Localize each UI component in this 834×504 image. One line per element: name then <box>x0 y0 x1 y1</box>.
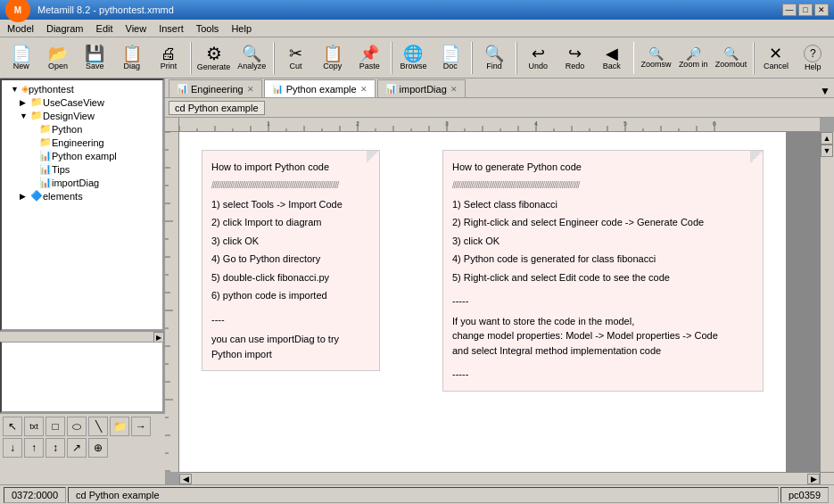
breadcrumb[interactable]: cd Python example <box>169 101 265 115</box>
menu-view[interactable]: View <box>120 21 153 36</box>
palette-line[interactable]: ╲ <box>88 417 108 436</box>
find-button[interactable]: 🔍 Find <box>476 40 511 76</box>
tree-item-engineering[interactable]: 📁 Engineering <box>4 136 161 149</box>
palette-select[interactable]: ↖ <box>3 417 22 436</box>
left-panel: ▼ ◈ pythontest ▶ 📁 UseCaseView ▼ 📁 Desig… <box>0 78 165 484</box>
open-icon: 📂 <box>48 45 68 62</box>
diag-button[interactable]: 📋 Diag <box>114 40 149 76</box>
cut-button[interactable]: ✂ Cut <box>278 40 313 76</box>
tree-toggle-pythontest[interactable]: ▼ <box>11 85 21 94</box>
tab-bar: 📊 Engineering ✕ 📊 Python example ✕ 📊 imp… <box>165 78 834 98</box>
browse-button[interactable]: 🌐 Browse <box>396 40 431 76</box>
menu-edit[interactable]: Edit <box>91 21 119 36</box>
tree-item-tips[interactable]: 📊 Tips <box>4 162 161 176</box>
tree-toggle-designview[interactable]: ▼ <box>20 112 30 120</box>
h-scrollbar[interactable]: ◀ ▶ <box>179 472 820 484</box>
separator-6 <box>633 42 635 74</box>
scrollbar-right[interactable]: ▶ <box>807 474 820 484</box>
doc-button[interactable]: 📄 Doc <box>433 40 467 76</box>
analyze-button[interactable]: 🔍 Analyze <box>235 40 269 76</box>
app-logo: M <box>5 0 30 22</box>
new-button[interactable]: 📄 New <box>4 40 38 76</box>
palette-arrow-right[interactable]: → <box>131 417 151 436</box>
generate-button[interactable]: ⚙ Generate <box>195 40 233 76</box>
tab-python-label: Python example <box>286 84 357 95</box>
tab-engineering-close[interactable]: ✕ <box>247 85 254 94</box>
tree-item-usecaseview[interactable]: ▶ 📁 UseCaseView <box>4 95 161 109</box>
back-button[interactable]: ◀ Back <box>594 40 629 76</box>
svg-text:2: 2 <box>356 120 359 127</box>
tree-label-usecaseview: UseCaseView <box>43 97 104 108</box>
scroll-corner <box>820 472 834 484</box>
analyze-icon: 🔍 <box>242 45 261 62</box>
palette-ellipse[interactable]: ⬭ <box>67 417 87 436</box>
tree-scrollbar[interactable]: ▶ <box>0 331 164 342</box>
print-button[interactable]: 🖨 Print <box>151 40 186 76</box>
zoomin-button[interactable]: 🔎 Zoom in <box>675 40 710 76</box>
close-button[interactable]: ✕ <box>814 4 829 16</box>
cancel-button[interactable]: ✕ Cancel <box>758 40 793 76</box>
menu-model[interactable]: Model <box>2 21 39 36</box>
zoomout-button[interactable]: 🔍 Zoomout <box>713 40 750 76</box>
tree-icon-python: 📁 <box>39 123 52 135</box>
redo-button[interactable]: ↪ Redo <box>557 40 592 76</box>
copy-button[interactable]: 📋 Copy <box>315 40 350 76</box>
tree-item-python[interactable]: 📁 Python <box>4 122 161 136</box>
paste-button[interactable]: 📌 Paste <box>351 40 386 76</box>
tree-icon-tips: 📊 <box>39 163 52 175</box>
v-scrollbar[interactable]: ▲ ▼ <box>820 132 834 472</box>
palette-plus[interactable]: ⊕ <box>88 438 108 458</box>
menu-insert[interactable]: Insert <box>153 21 189 36</box>
diagram-scroll-area[interactable]: How to import Python code //////////////… <box>179 132 834 472</box>
diagram-canvas[interactable]: /* no script in SVG */ <box>165 118 834 484</box>
breadcrumb-bar: cd Python example <box>165 98 834 118</box>
open-button[interactable]: 📂 Open <box>40 40 75 76</box>
new-icon: 📄 <box>12 45 31 62</box>
status-info: pc0359 <box>780 487 829 503</box>
tab-python-example[interactable]: 📊 Python example ✕ <box>264 79 376 97</box>
tree-toggle-elements[interactable]: ▶ <box>20 192 30 201</box>
tab-overflow[interactable]: ▼ <box>820 85 834 97</box>
help-button[interactable]: ? Help <box>796 40 830 76</box>
scrollbar-left[interactable]: ◀ <box>179 474 192 484</box>
tree-toggle-usecaseview[interactable]: ▶ <box>20 98 30 107</box>
tree-item-elements[interactable]: ▶ 🔷 elements <box>4 189 161 202</box>
tab-importdiag[interactable]: 📊 importDiag ✕ <box>377 79 466 97</box>
scrollbar-down[interactable]: ▼ <box>821 145 833 157</box>
tree-item-pythonexampl[interactable]: 📊 Python exampl <box>4 149 161 162</box>
tree-label-designview: DesignView <box>43 111 95 121</box>
palette-arrow-left-right[interactable]: ↕ <box>45 438 65 458</box>
palette-folder[interactable]: 📁 <box>110 417 129 436</box>
generate-icon: ⚙ <box>206 45 222 62</box>
tree-item-pythontest[interactable]: ▼ ◈ pythontest <box>4 82 161 95</box>
palette-arrow-down[interactable]: ↓ <box>3 438 22 458</box>
palette-arrow-ne[interactable]: ↗ <box>67 438 87 458</box>
menu-tools[interactable]: Tools <box>191 21 225 36</box>
minimize-button[interactable]: — <box>782 4 797 16</box>
tree-label-pythonexampl: Python exampl <box>52 151 117 161</box>
import-step-1: 1) select Tools -> Import Code <box>211 197 370 212</box>
help-icon: ? <box>804 45 822 62</box>
generate-extra-footer: ----- <box>452 367 754 382</box>
maximize-button[interactable]: □ <box>798 4 813 16</box>
save-button[interactable]: 💾 Save <box>78 40 112 76</box>
menu-diagram[interactable]: Diagram <box>41 21 89 36</box>
tree-label-tips: Tips <box>52 164 70 175</box>
zoomsw-button[interactable]: 🔍 Zoomsw <box>638 40 673 76</box>
import-card-decoration: ////////////////////////////////////////… <box>211 178 370 192</box>
tree-view[interactable]: ▼ ◈ pythontest ▶ 📁 UseCaseView ▼ 📁 Desig… <box>0 78 164 331</box>
scrollbar-up[interactable]: ▲ <box>821 132 833 145</box>
undo-button[interactable]: ↩ Undo <box>521 40 556 76</box>
ruler-horizontal: /* no script in SVG */ <box>179 118 820 132</box>
palette-arrow-up[interactable]: ↑ <box>24 438 44 458</box>
generate-note-card: How to generate Python code ////////////… <box>442 150 764 392</box>
tree-item-designview[interactable]: ▼ 📁 DesignView <box>4 109 161 122</box>
palette-text[interactable]: txt <box>24 417 44 436</box>
palette-rect[interactable]: □ <box>45 417 65 436</box>
menu-help[interactable]: Help <box>226 21 257 36</box>
tab-python-close[interactable]: ✕ <box>360 85 367 94</box>
import-step-4: 4) Go to Python directory <box>211 252 370 267</box>
tab-engineering[interactable]: 📊 Engineering ✕ <box>169 79 262 97</box>
tree-item-importdiag[interactable]: 📊 importDiag <box>4 176 161 189</box>
tab-importdiag-close[interactable]: ✕ <box>450 85 458 94</box>
